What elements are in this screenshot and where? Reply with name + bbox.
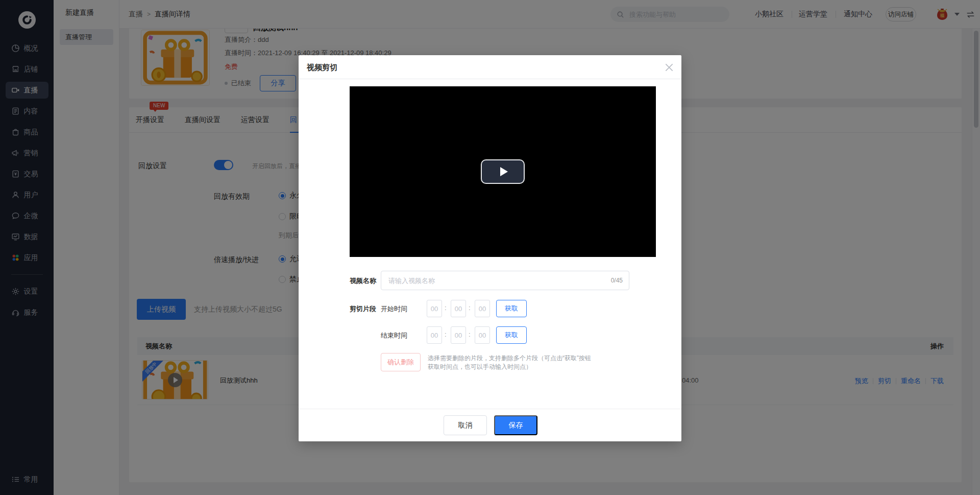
start-second-input[interactable] <box>475 300 490 317</box>
start-hour-input[interactable] <box>427 300 442 317</box>
cancel-button[interactable]: 取消 <box>444 415 487 435</box>
video-name-field: 0/45 <box>381 271 629 290</box>
clip-hint-text: 选择需要删除的片段，支持删除多个片段（可点击“获取”按钮 获取时间点，也可以手动… <box>428 354 611 371</box>
start-time-label: 开始时间 <box>381 304 407 314</box>
end-second-input[interactable] <box>475 326 490 344</box>
hint-line-1: 选择需要删除的片段，支持删除多个片段（可点击“获取”按钮 <box>428 354 611 363</box>
end-time-label: 结束时间 <box>381 331 407 340</box>
video-name-input[interactable] <box>387 276 607 285</box>
video-clip-modal: 视频剪切 视频名称 0/45 剪切片段 开始时间 : : 获取 结束时间 : :… <box>299 55 681 441</box>
end-minute-input[interactable] <box>451 326 466 344</box>
char-counter: 0/45 <box>611 277 623 284</box>
start-minute-input[interactable] <box>451 300 466 317</box>
save-button[interactable]: 保存 <box>494 415 537 435</box>
get-start-time-button[interactable]: 获取 <box>496 300 527 317</box>
clip-segment-label: 剪切片段 <box>350 304 376 314</box>
video-player[interactable] <box>350 86 656 257</box>
colon-separator: : <box>445 304 447 312</box>
colon-separator: : <box>445 331 447 338</box>
video-name-label: 视频名称 <box>350 276 376 286</box>
colon-separator: : <box>469 331 471 338</box>
colon-separator: : <box>469 304 471 312</box>
modal-footer: 取消 保存 <box>299 409 681 441</box>
modal-title: 视频剪切 <box>307 55 337 79</box>
get-end-time-button[interactable]: 获取 <box>496 326 527 344</box>
close-icon[interactable] <box>665 63 673 72</box>
end-hour-input[interactable] <box>427 326 442 344</box>
play-button[interactable] <box>481 159 525 184</box>
hint-line-2: 获取时间点，也可以手动输入时间点） <box>428 363 611 371</box>
confirm-delete-button[interactable]: 确认删除 <box>381 353 421 371</box>
app-screen: 概况 店铺 直播 内容 商品 营销 <box>0 0 980 495</box>
modal-header: 视频剪切 <box>299 55 681 79</box>
